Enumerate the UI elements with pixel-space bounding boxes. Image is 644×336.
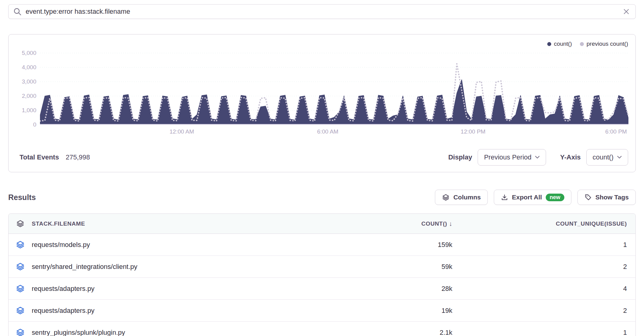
cell-count: 2.1k — [403, 329, 452, 336]
chevron-down-icon — [617, 156, 622, 159]
search-icon — [13, 8, 21, 16]
cell-count-unique: 4 — [452, 285, 635, 293]
display-label: Display — [448, 153, 472, 161]
results-table: STACK.FILENAME COUNT() ↓ COUNT_UNIQUE(IS… — [8, 213, 636, 336]
table-row[interactable]: sentry/shared_integrations/client.py 59k… — [9, 256, 635, 278]
table-row[interactable]: requests/adapters.py 19k 2 — [9, 300, 635, 322]
download-icon — [501, 194, 508, 201]
cell-count-unique: 1 — [452, 241, 635, 249]
cell-stack-filename[interactable]: requests/models.py — [32, 241, 403, 249]
y-axis-labels: 01,0002,0003,0004,0005,000 — [9, 46, 36, 125]
chevron-down-icon — [535, 156, 540, 159]
x-axis-labels: 12:00 AM6:00 AM12:00 PM6:00 PM — [40, 128, 628, 136]
cell-count: 59k — [403, 263, 452, 271]
x-tick-label: 6:00 AM — [317, 128, 338, 135]
events-chart[interactable] — [40, 46, 628, 125]
search-input[interactable] — [26, 8, 623, 16]
y-axis-label: Y-Axis — [560, 153, 581, 161]
x-tick-label: 12:00 PM — [461, 128, 485, 135]
count-area-series — [40, 80, 628, 125]
discover-page: { "search": { "query": "event.type:error… — [0, 0, 644, 336]
y-tick-label: 4,000 — [9, 64, 36, 71]
sort-desc-icon: ↓ — [449, 220, 452, 227]
layers-icon[interactable] — [16, 306, 25, 315]
cell-count-unique: 2 — [452, 263, 635, 271]
table-row[interactable]: requests/models.py 159k 1 — [9, 234, 635, 256]
show-tags-button-label: Show Tags — [595, 194, 629, 201]
display-dropdown[interactable]: Previous Period — [478, 149, 546, 166]
columns-button-label: Columns — [453, 194, 481, 201]
total-events: Total Events 275,998 — [20, 153, 90, 161]
new-badge: new — [546, 194, 564, 201]
layers-icon[interactable] — [16, 262, 25, 271]
layers-icon[interactable] — [16, 240, 25, 249]
cell-stack-filename[interactable]: sentry/shared_integrations/client.py — [32, 263, 403, 271]
cell-count-unique: 2 — [452, 307, 635, 315]
cell-stack-filename[interactable]: sentry_plugins/splunk/plugin.py — [32, 329, 403, 336]
chart-panel: count() previous count() 01,0002,0003,00… — [8, 34, 636, 172]
search-bar[interactable] — [8, 4, 636, 19]
y-tick-label: 2,000 — [9, 93, 36, 99]
cell-stack-filename[interactable]: requests/adapters.py — [32, 285, 403, 293]
tag-icon — [584, 194, 592, 201]
results-title: Results — [8, 193, 36, 202]
y-tick-label: 0 — [9, 121, 36, 128]
total-events-value: 275,998 — [66, 153, 90, 161]
y-tick-label: 1,000 — [9, 107, 36, 114]
layers-icon — [442, 194, 450, 201]
layers-icon[interactable] — [16, 220, 24, 228]
cell-count: 159k — [403, 241, 452, 249]
y-tick-label: 5,000 — [9, 50, 36, 56]
column-header-stack-filename[interactable]: STACK.FILENAME — [32, 220, 403, 227]
y-tick-label: 3,000 — [9, 78, 36, 85]
cell-stack-filename[interactable]: requests/adapters.py — [32, 307, 403, 315]
columns-button[interactable]: Columns — [435, 190, 488, 205]
cell-count-unique: 1 — [452, 329, 635, 336]
x-tick-label: 12:00 AM — [170, 128, 194, 135]
table-row[interactable]: sentry_plugins/splunk/plugin.py 2.1k 1 — [9, 322, 635, 336]
table-header-row: STACK.FILENAME COUNT() ↓ COUNT_UNIQUE(IS… — [9, 214, 635, 234]
column-header-count[interactable]: COUNT() ↓ — [403, 220, 452, 227]
total-events-label: Total Events — [20, 153, 59, 161]
cell-count: 28k — [403, 285, 452, 293]
cell-count: 19k — [403, 307, 452, 315]
clear-search-icon[interactable] — [623, 8, 630, 15]
table-row[interactable]: requests/adapters.py 28k 4 — [9, 278, 635, 300]
display-dropdown-value: Previous Period — [484, 153, 531, 161]
export-all-button-label: Export All — [512, 194, 542, 201]
layers-icon[interactable] — [16, 328, 25, 336]
column-header-count-unique[interactable]: COUNT_UNIQUE(ISSUE) — [452, 220, 635, 227]
x-tick-label: 6:00 PM — [605, 128, 627, 135]
y-axis-dropdown-value: count() — [593, 153, 613, 161]
previous-count-series-dot-icon — [580, 42, 584, 46]
count-series-dot-icon — [547, 42, 551, 46]
y-axis-dropdown[interactable]: count() — [586, 149, 628, 166]
layers-icon[interactable] — [16, 284, 25, 293]
chart-footer: Total Events 275,998 Display Previous Pe… — [9, 145, 635, 172]
show-tags-button[interactable]: Show Tags — [577, 190, 636, 205]
results-header: Results Columns Export All new Sho — [8, 190, 636, 205]
export-all-button[interactable]: Export All new — [494, 190, 571, 205]
